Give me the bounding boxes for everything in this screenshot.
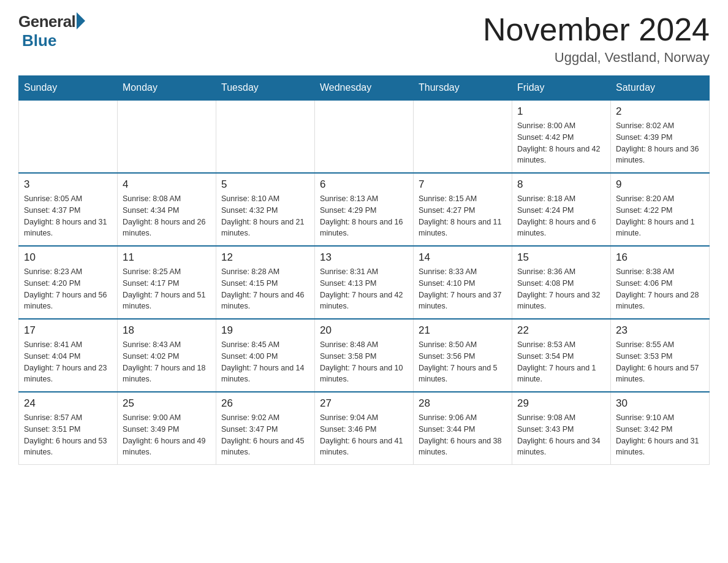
calendar-cell: 9Sunrise: 8:20 AM Sunset: 4:22 PM Daylig… [611, 173, 710, 246]
day-of-week-header: Wednesday [315, 76, 414, 101]
day-number: 7 [419, 178, 507, 191]
day-of-week-header: Friday [512, 76, 611, 101]
calendar-cell: 30Sunrise: 9:10 AM Sunset: 3:42 PM Dayli… [611, 392, 710, 465]
logo-arrow-icon [77, 12, 85, 29]
calendar-week-row: 24Sunrise: 8:57 AM Sunset: 3:51 PM Dayli… [19, 392, 710, 465]
day-info: Sunrise: 9:00 AM Sunset: 3:49 PM Dayligh… [123, 412, 211, 458]
day-info: Sunrise: 9:10 AM Sunset: 3:42 PM Dayligh… [616, 412, 704, 458]
month-year-title: November 2024 [483, 12, 710, 47]
calendar-cell: 28Sunrise: 9:06 AM Sunset: 3:44 PM Dayli… [414, 392, 512, 465]
calendar-cell: 5Sunrise: 8:10 AM Sunset: 4:32 PM Daylig… [216, 173, 315, 246]
day-of-week-header: Saturday [611, 76, 710, 101]
logo-blue-text: Blue [22, 31, 56, 50]
day-number: 4 [123, 178, 211, 191]
calendar-cell [414, 100, 512, 173]
location-subtitle: Uggdal, Vestland, Norway [483, 50, 710, 66]
calendar-cell: 14Sunrise: 8:33 AM Sunset: 4:10 PM Dayli… [414, 246, 512, 319]
calendar-week-row: 10Sunrise: 8:23 AM Sunset: 4:20 PM Dayli… [19, 246, 710, 319]
logo-general-text: General [18, 12, 75, 31]
day-number: 17 [24, 324, 112, 337]
day-info: Sunrise: 8:57 AM Sunset: 3:51 PM Dayligh… [24, 412, 112, 458]
day-number: 9 [616, 178, 704, 191]
day-info: Sunrise: 8:23 AM Sunset: 4:20 PM Dayligh… [24, 266, 112, 312]
calendar-cell [216, 100, 315, 173]
day-info: Sunrise: 8:31 AM Sunset: 4:13 PM Dayligh… [320, 266, 408, 312]
day-info: Sunrise: 8:48 AM Sunset: 3:58 PM Dayligh… [320, 339, 408, 385]
calendar-cell: 16Sunrise: 8:38 AM Sunset: 4:06 PM Dayli… [611, 246, 710, 319]
day-number: 6 [320, 178, 408, 191]
day-number: 3 [24, 178, 112, 191]
calendar-cell: 8Sunrise: 8:18 AM Sunset: 4:24 PM Daylig… [512, 173, 611, 246]
day-info: Sunrise: 8:50 AM Sunset: 3:56 PM Dayligh… [419, 339, 507, 385]
day-number: 11 [123, 251, 211, 264]
day-number: 16 [616, 251, 704, 264]
day-info: Sunrise: 8:25 AM Sunset: 4:17 PM Dayligh… [123, 266, 211, 312]
day-number: 13 [320, 251, 408, 264]
day-number: 24 [24, 397, 112, 410]
day-number: 27 [320, 397, 408, 410]
calendar-cell: 25Sunrise: 9:00 AM Sunset: 3:49 PM Dayli… [118, 392, 216, 465]
day-info: Sunrise: 8:02 AM Sunset: 4:39 PM Dayligh… [616, 120, 704, 166]
day-number: 2 [616, 105, 704, 118]
calendar-cell: 4Sunrise: 8:08 AM Sunset: 4:34 PM Daylig… [118, 173, 216, 246]
day-info: Sunrise: 8:20 AM Sunset: 4:22 PM Dayligh… [616, 193, 704, 239]
day-info: Sunrise: 9:08 AM Sunset: 3:43 PM Dayligh… [517, 412, 605, 458]
calendar-cell: 19Sunrise: 8:45 AM Sunset: 4:00 PM Dayli… [216, 319, 315, 392]
day-info: Sunrise: 8:38 AM Sunset: 4:06 PM Dayligh… [616, 266, 704, 312]
day-info: Sunrise: 8:33 AM Sunset: 4:10 PM Dayligh… [419, 266, 507, 312]
day-number: 1 [517, 105, 605, 118]
calendar-cell: 27Sunrise: 9:04 AM Sunset: 3:46 PM Dayli… [315, 392, 414, 465]
calendar-header-row: SundayMondayTuesdayWednesdayThursdayFrid… [19, 76, 710, 101]
day-info: Sunrise: 8:41 AM Sunset: 4:04 PM Dayligh… [24, 339, 112, 385]
calendar-cell: 26Sunrise: 9:02 AM Sunset: 3:47 PM Dayli… [216, 392, 315, 465]
day-of-week-header: Tuesday [216, 76, 315, 101]
day-info: Sunrise: 8:55 AM Sunset: 3:53 PM Dayligh… [616, 339, 704, 385]
calendar-cell: 11Sunrise: 8:25 AM Sunset: 4:17 PM Dayli… [118, 246, 216, 319]
day-number: 10 [24, 251, 112, 264]
calendar-cell: 3Sunrise: 8:05 AM Sunset: 4:37 PM Daylig… [19, 173, 118, 246]
day-number: 14 [419, 251, 507, 264]
calendar-week-row: 3Sunrise: 8:05 AM Sunset: 4:37 PM Daylig… [19, 173, 710, 246]
day-info: Sunrise: 8:43 AM Sunset: 4:02 PM Dayligh… [123, 339, 211, 385]
calendar-cell: 15Sunrise: 8:36 AM Sunset: 4:08 PM Dayli… [512, 246, 611, 319]
calendar-table: SundayMondayTuesdayWednesdayThursdayFrid… [18, 75, 710, 465]
calendar-cell: 10Sunrise: 8:23 AM Sunset: 4:20 PM Dayli… [19, 246, 118, 319]
day-number: 12 [221, 251, 309, 264]
calendar-cell: 7Sunrise: 8:15 AM Sunset: 4:27 PM Daylig… [414, 173, 512, 246]
day-info: Sunrise: 9:06 AM Sunset: 3:44 PM Dayligh… [419, 412, 507, 458]
calendar-cell [315, 100, 414, 173]
title-block: November 2024 Uggdal, Vestland, Norway [483, 12, 710, 66]
day-info: Sunrise: 9:02 AM Sunset: 3:47 PM Dayligh… [221, 412, 309, 458]
day-info: Sunrise: 8:28 AM Sunset: 4:15 PM Dayligh… [221, 266, 309, 312]
calendar-cell: 13Sunrise: 8:31 AM Sunset: 4:13 PM Dayli… [315, 246, 414, 319]
day-number: 28 [419, 397, 507, 410]
day-number: 30 [616, 397, 704, 410]
day-info: Sunrise: 8:45 AM Sunset: 4:00 PM Dayligh… [221, 339, 309, 385]
day-info: Sunrise: 8:13 AM Sunset: 4:29 PM Dayligh… [320, 193, 408, 239]
day-info: Sunrise: 8:15 AM Sunset: 4:27 PM Dayligh… [419, 193, 507, 239]
calendar-cell: 17Sunrise: 8:41 AM Sunset: 4:04 PM Dayli… [19, 319, 118, 392]
day-of-week-header: Thursday [414, 76, 512, 101]
calendar-cell: 12Sunrise: 8:28 AM Sunset: 4:15 PM Dayli… [216, 246, 315, 319]
day-number: 5 [221, 178, 309, 191]
day-info: Sunrise: 8:36 AM Sunset: 4:08 PM Dayligh… [517, 266, 605, 312]
day-number: 20 [320, 324, 408, 337]
calendar-cell: 24Sunrise: 8:57 AM Sunset: 3:51 PM Dayli… [19, 392, 118, 465]
day-info: Sunrise: 8:18 AM Sunset: 4:24 PM Dayligh… [517, 193, 605, 239]
day-of-week-header: Monday [118, 76, 216, 101]
day-number: 22 [517, 324, 605, 337]
calendar-week-row: 1Sunrise: 8:00 AM Sunset: 4:42 PM Daylig… [19, 100, 710, 173]
calendar-cell: 6Sunrise: 8:13 AM Sunset: 4:29 PM Daylig… [315, 173, 414, 246]
day-number: 18 [123, 324, 211, 337]
day-number: 8 [517, 178, 605, 191]
calendar-cell: 22Sunrise: 8:53 AM Sunset: 3:54 PM Dayli… [512, 319, 611, 392]
day-info: Sunrise: 8:10 AM Sunset: 4:32 PM Dayligh… [221, 193, 309, 239]
day-info: Sunrise: 8:05 AM Sunset: 4:37 PM Dayligh… [24, 193, 112, 239]
day-info: Sunrise: 9:04 AM Sunset: 3:46 PM Dayligh… [320, 412, 408, 458]
calendar-cell: 21Sunrise: 8:50 AM Sunset: 3:56 PM Dayli… [414, 319, 512, 392]
day-number: 19 [221, 324, 309, 337]
calendar-week-row: 17Sunrise: 8:41 AM Sunset: 4:04 PM Dayli… [19, 319, 710, 392]
calendar-cell: 18Sunrise: 8:43 AM Sunset: 4:02 PM Dayli… [118, 319, 216, 392]
calendar-cell [19, 100, 118, 173]
day-number: 21 [419, 324, 507, 337]
